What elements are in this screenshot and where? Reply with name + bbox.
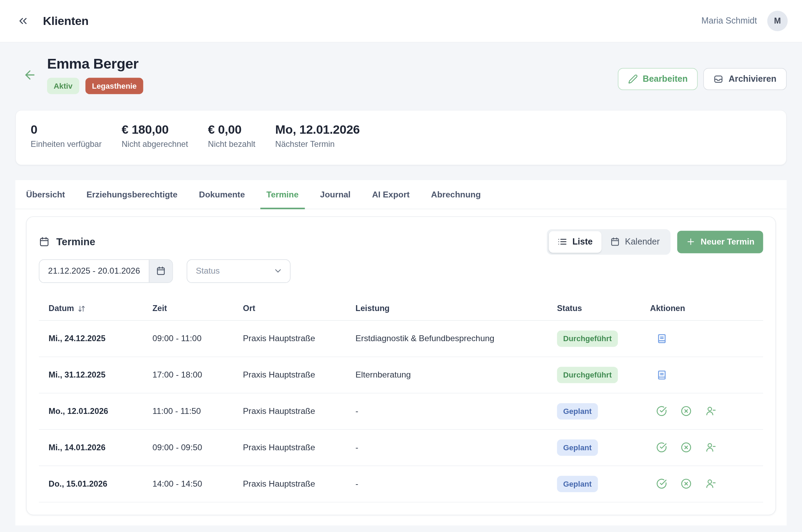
stat-block: € 0,00Nicht bezahlt [208, 122, 256, 153]
tab-termine[interactable]: Termine [260, 180, 305, 209]
cancel-action-button[interactable] [681, 406, 692, 416]
plus-icon [686, 237, 696, 247]
calendar-icon [39, 236, 50, 247]
table-header-row: DatumZeitOrtLeistungStatusAktionen [39, 297, 763, 320]
date-range-input[interactable]: 21.12.2025 - 20.01.2026 [39, 259, 173, 283]
avatar-initial: M [774, 16, 781, 26]
table-row: Mo., 12.01.202611:00 - 11:50Praxis Haupt… [39, 393, 763, 429]
archive-icon [714, 74, 723, 84]
absent-action-button[interactable] [705, 406, 716, 416]
stat-block: Mo, 12.01.2026Nächster Termin [275, 122, 360, 153]
list-icon [558, 237, 567, 247]
circle-x-icon [681, 478, 692, 489]
journal-icon [656, 369, 667, 380]
journal-icon [656, 333, 667, 344]
complete-action-button[interactable] [656, 478, 667, 489]
arrow-left-icon [23, 68, 37, 82]
status-badge: Durchgeführt [557, 366, 618, 383]
tab-dokumente[interactable]: Dokumente [193, 180, 251, 209]
table-row: Mi., 24.12.202509:00 - 11:00Praxis Haupt… [39, 320, 763, 357]
journal-action-button[interactable] [656, 369, 667, 380]
sidebar-collapse-button[interactable] [14, 12, 32, 29]
cell-time: 14:00 - 14:50 [152, 479, 243, 489]
cell-time: 09:00 - 11:00 [152, 334, 243, 343]
chevrons-left-icon [17, 15, 29, 27]
cancel-action-button[interactable] [681, 442, 692, 453]
stat-value: € 0,00 [208, 122, 256, 136]
column-label: Ort [243, 304, 255, 313]
user-name: Maria Schmidt [702, 16, 757, 26]
column-header-aktionen: Aktionen [650, 304, 753, 313]
cell-service: - [356, 479, 557, 489]
status-filter-placeholder: Status [196, 266, 220, 276]
date-range-value: 21.12.2025 - 20.01.2026 [39, 260, 149, 282]
cell-time: 09:00 - 09:50 [152, 443, 243, 452]
absent-action-button[interactable] [705, 478, 716, 489]
archive-button[interactable]: Archivieren [704, 68, 787, 90]
view-toggle-list-label: Liste [572, 237, 593, 247]
column-label: Aktionen [650, 304, 685, 313]
stat-label: Nächster Termin [275, 139, 360, 149]
client-detail-panel: ÜbersichtErziehungsberechtigteDokumenteT… [15, 180, 786, 525]
tab-ubersicht[interactable]: Übersicht [20, 180, 71, 209]
circle-check-icon [656, 406, 667, 416]
cell-actions [650, 478, 753, 489]
status-badge: Geplant [557, 439, 598, 455]
stat-label: Nicht abgerechnet [122, 139, 188, 149]
new-appointment-label: Neuer Termin [701, 237, 754, 247]
stat-block: 0Einheiten verfügbar [31, 122, 102, 153]
client-name: Emma Berger [47, 56, 143, 72]
column-header-zeit: Zeit [152, 304, 243, 313]
column-label: Leistung [356, 304, 390, 313]
cell-actions [650, 369, 753, 380]
circle-x-icon [681, 442, 692, 453]
edit-button[interactable]: Bearbeiten [618, 68, 698, 90]
appointments-table: DatumZeitOrtLeistungStatusAktionenMi., 2… [39, 297, 763, 502]
view-toggle: Liste Kalender [547, 229, 670, 255]
tab-erziehungsberechtigte[interactable]: Erziehungsberechtigte [80, 180, 184, 209]
table-row: Mi., 31.12.202517:00 - 18:00Praxis Haupt… [39, 357, 763, 393]
column-label: Status [557, 304, 582, 313]
column-header-datum[interactable]: Datum [48, 304, 152, 313]
new-appointment-button[interactable]: Neuer Termin [677, 230, 763, 253]
cell-date: Mi., 14.01.2026 [48, 443, 152, 452]
cell-location: Praxis Hauptstraße [243, 406, 356, 416]
tab-journal[interactable]: Journal [314, 180, 357, 209]
view-toggle-list[interactable]: Liste [549, 231, 602, 252]
cell-status: Durchgeführt [557, 366, 650, 383]
complete-action-button[interactable] [656, 406, 667, 416]
cell-location: Praxis Hauptstraße [243, 443, 356, 452]
absent-action-button[interactable] [705, 442, 716, 453]
view-toggle-calendar[interactable]: Kalender [602, 231, 669, 252]
cell-date: Do., 15.01.2026 [48, 479, 152, 488]
table-row: Do., 15.01.202614:00 - 14:50Praxis Haupt… [39, 466, 763, 502]
cell-status: Geplant [557, 439, 650, 455]
calendar-icon [610, 237, 620, 247]
tab-bar: ÜbersichtErziehungsberechtigteDokumenteT… [15, 180, 786, 209]
circle-check-icon [656, 478, 667, 489]
chevron-down-icon [273, 266, 283, 276]
cell-service: Elternberatung [356, 370, 557, 380]
stat-value: € 180,00 [122, 122, 188, 136]
cancel-action-button[interactable] [681, 478, 692, 489]
complete-action-button[interactable] [656, 442, 667, 453]
cell-actions [650, 406, 753, 416]
status-filter-select[interactable]: Status [187, 259, 291, 283]
cell-time: 11:00 - 11:50 [152, 406, 243, 416]
cell-date: Mi., 31.12.2025 [48, 370, 152, 380]
column-label: Zeit [152, 304, 167, 313]
journal-action-button[interactable] [656, 333, 667, 344]
pencil-icon [628, 74, 638, 84]
circle-x-icon [681, 406, 692, 416]
avatar[interactable]: M [767, 11, 788, 31]
stats-card: 0Einheiten verfügbar€ 180,00Nicht abgere… [15, 110, 786, 165]
edit-button-label: Bearbeiten [643, 74, 688, 84]
back-button[interactable] [23, 68, 37, 82]
calendar-icon [156, 266, 166, 276]
tab-abrechnung[interactable]: Abrechnung [425, 180, 487, 209]
sort-icon [78, 305, 85, 312]
cell-time: 17:00 - 18:00 [152, 370, 243, 380]
tab-ai-export[interactable]: AI Export [366, 180, 416, 209]
circle-check-icon [656, 442, 667, 453]
date-picker-button[interactable] [149, 260, 172, 282]
